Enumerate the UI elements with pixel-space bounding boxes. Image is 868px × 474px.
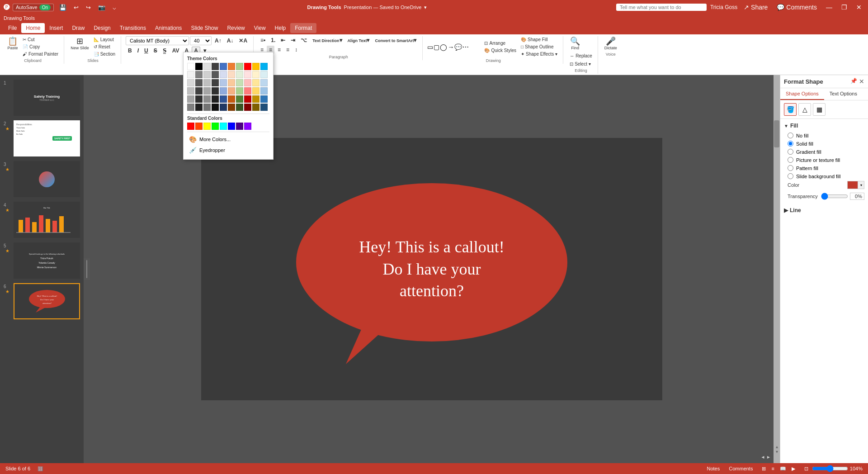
color-swatch[interactable] <box>244 95 251 103</box>
font-name-select[interactable]: Calisto MT (Body) <box>126 36 189 45</box>
copy-button[interactable]: 📄 Copy <box>21 43 60 50</box>
bullets-button[interactable]: ≡• <box>258 36 268 44</box>
color-swatch[interactable] <box>260 104 268 111</box>
color-swatch[interactable] <box>187 87 194 95</box>
underline-button[interactable]: U <box>142 47 151 55</box>
slide-thumb-1[interactable]: Safety Training TRAINER LLC <box>14 80 80 116</box>
standard-color-swatch[interactable] <box>212 123 219 130</box>
quick-styles-button[interactable]: 🎨 Quick Styles <box>482 47 518 54</box>
color-swatch[interactable] <box>260 79 268 86</box>
shape-rounded[interactable]: ▢ <box>434 43 439 51</box>
slide-item-5[interactable]: 5 ★ Special thanks go to the following i… <box>3 242 81 280</box>
color-swatch[interactable] <box>195 63 203 70</box>
dictate-button[interactable]: 🎤 Dictate <box>603 36 619 51</box>
autosave-toggle[interactable]: On <box>39 5 51 10</box>
menu-file[interactable]: File <box>4 23 21 33</box>
color-swatch[interactable] <box>212 63 219 70</box>
clear-format-button[interactable]: ✕A <box>236 37 250 45</box>
convert-smartart-button[interactable]: Convert to SmartArt▾ <box>373 36 419 44</box>
minimize-button[interactable]: — <box>823 3 835 12</box>
color-picker-control[interactable]: ▾ <box>847 181 864 189</box>
shape-circle[interactable]: ◯ <box>440 43 447 51</box>
menu-design[interactable]: Design <box>89 23 115 33</box>
canvas-scrollbar[interactable]: ▴ ▾ <box>774 75 780 463</box>
slide-item-4[interactable]: 4 ★ Bar Title <box>3 201 81 239</box>
color-swatch[interactable] <box>236 63 243 70</box>
menu-help[interactable]: Help <box>270 23 291 33</box>
color-swatch[interactable] <box>187 79 194 86</box>
align-text-button[interactable]: Align Text▾ <box>345 36 372 44</box>
slide-item-6[interactable]: 6 ★ Hey! This is a callout! Do I have yo… <box>3 282 81 320</box>
slide-thumb-3[interactable] <box>14 161 80 197</box>
comments-button[interactable]: 💬 Comments <box>774 3 820 12</box>
pattern-fill-option[interactable]: Pattern fill <box>788 165 864 171</box>
autosave-badge[interactable]: AutoSave On <box>13 4 54 11</box>
search-box[interactable] <box>616 4 707 11</box>
col-button[interactable]: ⌥ <box>298 36 309 44</box>
numbering-button[interactable]: 1. <box>269 36 278 44</box>
slide-thumb-6[interactable]: Hey! This is a callout! Do I have your a… <box>14 283 80 319</box>
color-swatch[interactable] <box>220 63 227 70</box>
qat-save[interactable]: 💾 <box>57 3 68 12</box>
color-swatch[interactable] <box>187 95 194 103</box>
color-swatch[interactable] <box>252 87 259 95</box>
line-spacing-button[interactable]: ↕ <box>292 46 300 54</box>
reset-button[interactable]: ↺ Reset <box>92 43 117 50</box>
qat-more[interactable]: ⌵ <box>111 3 118 12</box>
format-painter-button[interactable]: 🖌 Format Painter <box>21 51 60 57</box>
color-swatch[interactable] <box>228 95 235 103</box>
notes-button[interactable]: Notes <box>705 465 722 472</box>
standard-color-swatch[interactable] <box>195 123 203 130</box>
fit-page-button[interactable]: ⊡ <box>802 465 810 473</box>
slide-thumb-5[interactable]: Special thanks go to the following indiv… <box>14 242 80 279</box>
find-button[interactable]: 🔍 Find <box>568 36 582 51</box>
tab-shape-options[interactable]: Shape Options <box>780 88 824 100</box>
shape-options-icon-btn[interactable]: △ <box>798 103 811 116</box>
fill-section-header[interactable]: ▼ Fill <box>784 123 864 129</box>
share-button[interactable]: ↗ Share <box>741 3 770 12</box>
no-fill-option[interactable]: No fill <box>788 133 864 138</box>
color-swatch[interactable] <box>244 104 251 111</box>
select-button[interactable]: ⊡ Select ▾ <box>568 61 593 67</box>
qat-screenshot[interactable]: 📷 <box>96 3 107 12</box>
color-swatch[interactable] <box>187 63 194 70</box>
line-section-header[interactable]: ▶ Line <box>780 205 868 215</box>
color-swatch[interactable] <box>195 71 203 78</box>
color-swatch[interactable] <box>244 63 251 70</box>
gradient-fill-option[interactable]: Gradient fill <box>788 149 864 155</box>
menu-view[interactable]: View <box>250 23 270 33</box>
color-swatch[interactable] <box>244 71 251 78</box>
section-button[interactable]: 📑 Section <box>92 51 117 57</box>
color-swatch[interactable] <box>252 63 259 70</box>
shape-callout[interactable]: 💬 <box>454 43 462 51</box>
color-swatch[interactable] <box>260 63 268 70</box>
color-swatch[interactable] <box>252 104 259 111</box>
panel-close-button[interactable]: ✕ <box>859 78 864 85</box>
color-swatch[interactable] <box>228 79 235 86</box>
standard-color-swatch[interactable] <box>228 123 235 130</box>
color-swatch[interactable] <box>195 104 203 111</box>
bold-button[interactable]: B <box>126 47 134 55</box>
menu-slideshow[interactable]: Slide Show <box>186 23 222 33</box>
paste-button[interactable]: 📋 Paste <box>5 36 20 51</box>
new-slide-button[interactable]: ⊞ New Slide <box>69 36 91 51</box>
color-swatch[interactable] <box>220 79 227 86</box>
color-swatch[interactable] <box>228 71 235 78</box>
color-swatch[interactable] <box>203 87 211 95</box>
slide-item-1[interactable]: 1 Safety Training TRAINER LLC <box>3 79 81 117</box>
color-swatch[interactable] <box>220 104 227 111</box>
decrease-indent-button[interactable]: ⇤ <box>278 36 288 44</box>
increase-indent-button[interactable]: ⇥ <box>288 36 297 44</box>
menu-review[interactable]: Review <box>222 23 249 33</box>
color-swatch[interactable] <box>220 71 227 78</box>
replace-button[interactable]: ↔ Replace <box>568 52 594 59</box>
standard-color-swatch[interactable] <box>220 123 227 130</box>
shape-fill-button[interactable]: 🎨 Shape Fill <box>519 36 559 43</box>
color-swatch[interactable] <box>212 104 219 111</box>
color-swatch[interactable] <box>203 79 211 86</box>
layout-button[interactable]: 📐 Layout <box>92 36 117 43</box>
solid-fill-option[interactable]: Solid fill <box>788 141 864 147</box>
color-swatch[interactable] <box>252 71 259 78</box>
qat-redo[interactable]: ↪ <box>84 3 93 12</box>
text-icon-btn[interactable]: ▦ <box>813 103 826 116</box>
